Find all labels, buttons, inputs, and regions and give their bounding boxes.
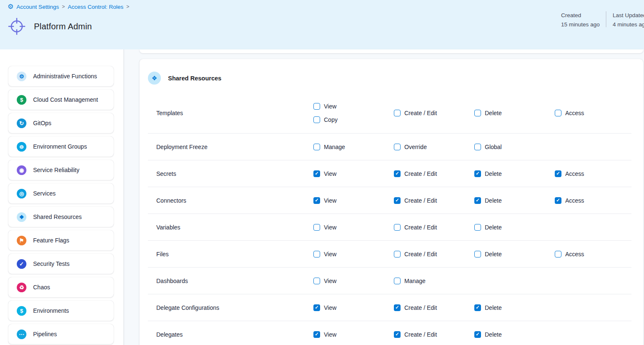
permission-dashboards-manage[interactable]: Manage bbox=[394, 278, 474, 284]
unchecked-checkbox-icon[interactable] bbox=[394, 110, 401, 116]
sidebar-item-label: Chaos bbox=[33, 284, 50, 291]
meta-divider bbox=[606, 11, 606, 27]
section-header: ❖ Shared Resources bbox=[140, 59, 643, 93]
permission-delegates-delete[interactable]: ✓ Delete bbox=[474, 331, 555, 338]
checked-checkbox-icon[interactable]: ✓ bbox=[474, 304, 481, 311]
permission-variables-create-edit[interactable]: Create / Edit bbox=[394, 224, 474, 231]
permission-secrets-delete[interactable]: ✓ Delete bbox=[474, 170, 555, 177]
permission-connectors-create-edit[interactable]: ✓ Create / Edit bbox=[394, 197, 474, 204]
unchecked-checkbox-icon[interactable] bbox=[313, 144, 320, 150]
unchecked-checkbox-icon[interactable] bbox=[394, 278, 401, 284]
permission-deployment-freeze-manage[interactable]: Manage bbox=[313, 144, 394, 150]
permission-deployment-freeze-override[interactable]: Override bbox=[394, 144, 474, 150]
unchecked-checkbox-icon[interactable] bbox=[313, 278, 320, 284]
permission-secrets-access[interactable]: ✓ Access bbox=[555, 170, 635, 177]
checked-checkbox-icon[interactable]: ✓ bbox=[394, 304, 401, 311]
unchecked-checkbox-icon[interactable] bbox=[394, 251, 401, 257]
checked-checkbox-icon[interactable]: ✓ bbox=[394, 170, 401, 177]
checked-checkbox-icon[interactable]: ✓ bbox=[555, 197, 561, 204]
unchecked-checkbox-icon[interactable] bbox=[555, 251, 561, 257]
breadcrumb-access-control-roles[interactable]: Access Control: Roles bbox=[68, 4, 124, 10]
permission-delegate-configurations-delete[interactable]: ✓ Delete bbox=[474, 304, 555, 311]
page-title: Platform Admin bbox=[34, 22, 92, 31]
sidebar-item-feature-flags[interactable]: ⚑ Feature Flags bbox=[8, 230, 114, 250]
permission-files-create-edit[interactable]: Create / Edit bbox=[394, 251, 474, 257]
sidebar-item-environments[interactable]: $ Environments bbox=[8, 301, 114, 321]
unchecked-checkbox-icon[interactable] bbox=[394, 224, 401, 231]
unchecked-checkbox-icon[interactable] bbox=[474, 144, 481, 150]
sidebar-item-service-reliability[interactable]: ◉ Service Reliability bbox=[8, 160, 114, 180]
unchecked-checkbox-icon[interactable] bbox=[313, 224, 320, 231]
sidebar-item-gitops[interactable]: ↻ GitOps bbox=[8, 113, 114, 133]
checked-checkbox-icon[interactable]: ✓ bbox=[474, 197, 481, 204]
permission-column: ✓ Delete bbox=[474, 170, 555, 177]
permission-connectors-view[interactable]: ✓ View bbox=[313, 197, 394, 204]
service-reliability-icon: ◉ bbox=[17, 165, 26, 175]
settings-gear-icon: ⚙ bbox=[8, 3, 13, 10]
permission-connectors-access[interactable]: ✓ Access bbox=[555, 197, 635, 204]
checked-checkbox-icon[interactable]: ✓ bbox=[313, 197, 320, 204]
permission-templates-create-edit[interactable]: Create / Edit bbox=[394, 110, 474, 116]
breadcrumb-account-settings[interactable]: Account Settings bbox=[16, 4, 59, 10]
resource-name: Variables bbox=[148, 224, 313, 231]
unchecked-checkbox-icon[interactable] bbox=[474, 110, 481, 116]
sidebar-item-security-tests[interactable]: ✓ Security Tests bbox=[8, 254, 114, 274]
sidebar-item-label: Pipelines bbox=[33, 331, 57, 337]
checked-checkbox-icon[interactable]: ✓ bbox=[394, 197, 401, 204]
last-updated-value: 4 minutes ago bbox=[613, 20, 644, 29]
resource-name: Dashboards bbox=[148, 278, 313, 284]
permission-templates-delete[interactable]: Delete bbox=[474, 110, 555, 116]
unchecked-checkbox-icon[interactable] bbox=[313, 116, 320, 123]
permission-templates-view[interactable]: View bbox=[313, 103, 394, 110]
sidebar-item-administrative-functions[interactable]: ⚙ Administrative Functions bbox=[8, 66, 114, 86]
permission-templates-access[interactable]: Access bbox=[555, 110, 635, 116]
resource-name: Deployment Freeze bbox=[148, 144, 313, 150]
checked-checkbox-icon[interactable]: ✓ bbox=[474, 170, 481, 177]
unchecked-checkbox-icon[interactable] bbox=[474, 251, 481, 257]
permission-delegate-configurations-view[interactable]: ✓ View bbox=[313, 304, 394, 311]
permission-files-view[interactable]: View bbox=[313, 251, 394, 257]
permission-variables-delete[interactable]: Delete bbox=[474, 224, 555, 231]
permission-row-delegates: Delegates ✓ View ✓ Create / Edit ✓ Delet… bbox=[148, 321, 631, 345]
permission-row-delegate-configurations: Delegate Configurations ✓ View ✓ Create … bbox=[148, 294, 631, 321]
permission-files-access[interactable]: Access bbox=[555, 251, 635, 257]
unchecked-checkbox-icon[interactable] bbox=[313, 103, 320, 110]
unchecked-checkbox-icon[interactable] bbox=[394, 144, 401, 150]
sidebar-item-services[interactable]: ◎ Services bbox=[8, 183, 114, 203]
cloud-cost-management-icon: $ bbox=[17, 95, 26, 105]
checked-checkbox-icon[interactable]: ✓ bbox=[313, 331, 320, 338]
permission-delegates-view[interactable]: ✓ View bbox=[313, 331, 394, 338]
checked-checkbox-icon[interactable]: ✓ bbox=[555, 170, 561, 177]
permission-variables-view[interactable]: View bbox=[313, 224, 394, 231]
section-title: Shared Resources bbox=[168, 75, 221, 82]
permission-secrets-view[interactable]: ✓ View bbox=[313, 170, 394, 177]
permission-files-delete[interactable]: Delete bbox=[474, 251, 555, 257]
permission-dashboards-view[interactable]: View bbox=[313, 278, 394, 284]
sidebar-item-shared-resources[interactable]: ❖ Shared Resources bbox=[8, 207, 114, 227]
unchecked-checkbox-icon[interactable] bbox=[474, 224, 481, 231]
unchecked-checkbox-icon[interactable] bbox=[555, 110, 561, 116]
permission-column: ✓ View bbox=[313, 304, 394, 311]
permission-secrets-create-edit[interactable]: ✓ Create / Edit bbox=[394, 170, 474, 177]
environments-icon: $ bbox=[17, 306, 26, 316]
resource-name: Secrets bbox=[148, 170, 313, 177]
sidebar-item-chaos[interactable]: ♻ Chaos bbox=[8, 277, 114, 297]
permission-column: ✓ Create / Edit bbox=[394, 170, 474, 177]
checked-checkbox-icon[interactable]: ✓ bbox=[313, 170, 320, 177]
sidebar-item-label: GitOps bbox=[33, 120, 52, 126]
permission-delegate-configurations-create-edit[interactable]: ✓ Create / Edit bbox=[394, 304, 474, 311]
permission-templates-copy[interactable]: Copy bbox=[313, 116, 394, 123]
sidebar-item-pipelines[interactable]: ⋯ Pipelines bbox=[8, 324, 114, 344]
shared-resources-icon: ❖ bbox=[17, 212, 26, 222]
checked-checkbox-icon[interactable]: ✓ bbox=[313, 304, 320, 311]
checked-checkbox-icon[interactable]: ✓ bbox=[474, 331, 481, 338]
permission-column: Create / Edit bbox=[394, 251, 474, 257]
permission-connectors-delete[interactable]: ✓ Delete bbox=[474, 197, 555, 204]
checked-checkbox-icon[interactable]: ✓ bbox=[394, 331, 401, 338]
permission-row-dashboards: Dashboards View Manage bbox=[148, 268, 631, 294]
permission-deployment-freeze-global[interactable]: Global bbox=[474, 144, 555, 150]
sidebar-item-environment-groups[interactable]: ⊚ Environment Groups bbox=[8, 136, 114, 157]
permission-delegates-create-edit[interactable]: ✓ Create / Edit bbox=[394, 331, 474, 338]
unchecked-checkbox-icon[interactable] bbox=[313, 251, 320, 257]
sidebar-item-cloud-cost-management[interactable]: $ Cloud Cost Management bbox=[8, 90, 114, 110]
